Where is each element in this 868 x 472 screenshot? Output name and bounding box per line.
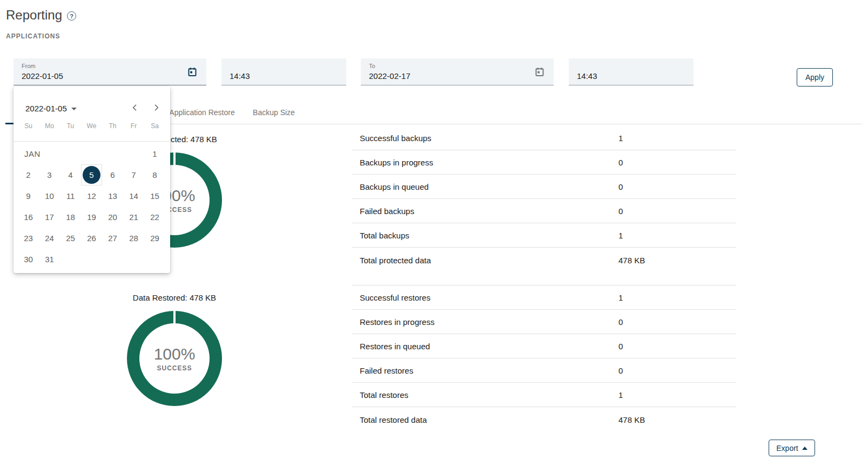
- table-row: Successful restores1: [352, 285, 736, 310]
- tab-application-restore[interactable]: Application Restore: [162, 101, 242, 124]
- table-row: Total protected data478 KB: [352, 248, 736, 272]
- calendar-day-23[interactable]: 23: [18, 228, 39, 249]
- row-label: Restores in queued: [360, 342, 430, 351]
- calendar-empty-cell: [102, 249, 123, 270]
- row-label: Failed restores: [360, 366, 413, 375]
- calendar-day-4[interactable]: 4: [60, 164, 81, 185]
- row-value: 0: [618, 317, 623, 327]
- date-picker-current-date: 2022-01-05: [25, 104, 67, 113]
- row-label: Total protected data: [360, 255, 431, 264]
- calendar-day-7[interactable]: 7: [123, 164, 144, 185]
- calendar-icon[interactable]: [534, 67, 545, 77]
- help-icon[interactable]: ?: [67, 11, 76, 21]
- calendar-day-6[interactable]: 6: [102, 164, 123, 185]
- row-value: 0: [618, 366, 623, 375]
- calendar-day-5[interactable]: 5: [81, 164, 102, 185]
- calendar-day-14[interactable]: 14: [123, 185, 144, 207]
- calendar-day-9[interactable]: 9: [18, 185, 39, 207]
- calendar-empty-cell: [102, 143, 123, 164]
- row-label: Failed backups: [360, 207, 414, 216]
- row-value: 1: [618, 231, 623, 240]
- restores-stats-table: Successful restores1Restores in progress…: [352, 285, 736, 431]
- calendar-empty-cell: [144, 249, 165, 270]
- calendar-day-24[interactable]: 24: [39, 228, 60, 249]
- success-percentage: 100%: [154, 345, 196, 363]
- row-label: Backups in queued: [360, 182, 429, 191]
- calendar-empty-cell: [60, 143, 81, 164]
- to-time-field[interactable]: 14:43: [569, 58, 694, 85]
- previous-month-button[interactable]: [128, 101, 142, 115]
- date-picker-month-selector[interactable]: 2022-01-05: [25, 102, 77, 115]
- to-date-value: 2022-02-17: [369, 71, 411, 81]
- apply-button[interactable]: Apply: [797, 68, 833, 87]
- tab-backup-size[interactable]: Backup Size: [242, 101, 306, 124]
- calendar-day-22[interactable]: 22: [144, 207, 165, 228]
- calendar-day-11[interactable]: 11: [60, 185, 81, 207]
- calendar-day-8[interactable]: 8: [144, 164, 165, 185]
- calendar-day-25[interactable]: 25: [60, 228, 81, 249]
- calendar-day-2[interactable]: 2: [18, 164, 39, 185]
- calendar-week-row: 3031: [18, 249, 165, 270]
- table-row: Failed backups0: [352, 199, 736, 223]
- next-month-button[interactable]: [149, 101, 163, 115]
- donut-gap: [173, 152, 176, 166]
- calendar-week-row: 9101112131415: [18, 185, 165, 207]
- from-time-value: 14:43: [230, 71, 250, 81]
- table-row: Backups in queued0: [352, 175, 736, 199]
- calendar-day-3[interactable]: 3: [39, 164, 60, 185]
- data-restored-title: Data Restored: 478 KB: [110, 293, 239, 302]
- weekday-header-row: SuMoTuWeThFrSa: [18, 122, 165, 130]
- calendar-week-row: 16171819202122: [18, 207, 165, 228]
- row-value: 1: [618, 390, 623, 400]
- calendar-day-15[interactable]: 15: [144, 185, 165, 207]
- calendar-empty-cell: [60, 249, 81, 270]
- row-value: 0: [618, 158, 623, 167]
- weekday-label: Su: [18, 122, 39, 130]
- weekday-label: Tu: [60, 122, 81, 130]
- data-restored-donut-chart: 100% SUCCESS: [127, 311, 222, 406]
- calendar-day-20[interactable]: 20: [102, 207, 123, 228]
- calendar-day-31[interactable]: 31: [39, 249, 60, 270]
- weekday-label: Th: [102, 122, 123, 130]
- table-row: Successful backups1: [352, 126, 736, 150]
- row-label: Successful backups: [360, 134, 432, 143]
- calendar-day-13[interactable]: 13: [102, 185, 123, 207]
- calendar-empty-cell: [18, 143, 39, 164]
- calendar-day-17[interactable]: 17: [39, 207, 60, 228]
- calendar-day-1[interactable]: 1: [144, 143, 165, 164]
- calendar-day-18[interactable]: 18: [60, 207, 81, 228]
- row-label: Total restored data: [360, 415, 427, 424]
- row-label: Total restores: [360, 390, 408, 400]
- export-button[interactable]: Export: [769, 440, 815, 456]
- calendar-week-row: 2345678: [18, 164, 165, 185]
- from-date-value: 2022-01-05: [22, 71, 63, 81]
- chevron-down-icon: [71, 108, 77, 110]
- row-label: Restores in progress: [360, 317, 434, 327]
- calendar-icon[interactable]: [187, 67, 198, 77]
- calendar-day-26[interactable]: 26: [81, 228, 102, 249]
- row-value: 1: [618, 134, 623, 143]
- calendar-day-28[interactable]: 28: [123, 228, 144, 249]
- row-label: Backups in progress: [360, 158, 433, 167]
- calendar-day-19[interactable]: 19: [81, 207, 102, 228]
- to-time-value: 14:43: [577, 71, 597, 81]
- row-value: 478 KB: [618, 415, 645, 424]
- selected-day-circle[interactable]: 5: [83, 166, 100, 184]
- from-time-field[interactable]: 14:43: [221, 58, 346, 85]
- calendar-day-16[interactable]: 16: [18, 207, 39, 228]
- table-row: Total restores1: [352, 383, 736, 407]
- calendar-day-29[interactable]: 29: [144, 228, 165, 249]
- calendar-day-21[interactable]: 21: [123, 207, 144, 228]
- calendar-day-27[interactable]: 27: [102, 228, 123, 249]
- calendar-day-30[interactable]: 30: [18, 249, 39, 270]
- section-label: APPLICATIONS: [6, 32, 60, 40]
- table-row: Total restored data478 KB: [352, 407, 736, 431]
- from-date-field[interactable]: From 2022-01-05: [14, 58, 206, 85]
- calendar-day-10[interactable]: 10: [39, 185, 60, 207]
- date-picker-popup: 2022-01-05 SuMoTuWeThFrSa JAN 1234567891…: [14, 87, 170, 273]
- calendar-day-12[interactable]: 12: [81, 185, 102, 207]
- divider: [14, 141, 170, 142]
- caret-up-icon: [802, 447, 808, 450]
- calendar-day-grid: 1234567891011121314151617181920212223242…: [18, 143, 165, 270]
- to-date-field[interactable]: To 2022-02-17: [361, 58, 554, 85]
